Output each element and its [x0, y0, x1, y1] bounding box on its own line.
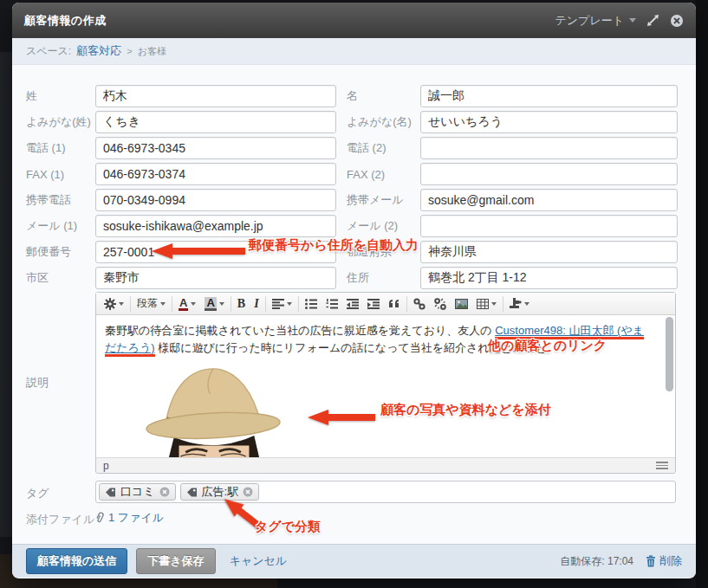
attachment-file-count: 1 ファイル — [108, 510, 164, 526]
plugin-dropdown[interactable] — [505, 294, 534, 313]
form-rows: 姓 名 よみがな(姓) よみがな(名) 電話 (1) 電話 (2) FAX (1… — [26, 83, 678, 291]
field-label-first-name: 名 — [336, 88, 420, 104]
close-icon[interactable] — [670, 14, 684, 28]
link-icon — [413, 298, 425, 310]
field-label-last-name: 姓 — [26, 88, 95, 104]
indent-icon — [367, 299, 380, 309]
unlink-icon — [434, 298, 446, 310]
phone1-field[interactable] — [95, 137, 336, 159]
field-label-phone2: 電話 (2) — [336, 140, 420, 156]
mobile-phone-field[interactable] — [95, 189, 336, 211]
form-row-kana: よみがな(姓) よみがな(名) — [26, 109, 678, 135]
breadcrumb-space-link[interactable]: 顧客対応 — [76, 43, 121, 59]
background-page-right — [696, 0, 708, 588]
save-draft-button[interactable]: 下書き保存 — [136, 548, 215, 574]
cancel-link[interactable]: キャンセル — [230, 553, 288, 569]
editor-content[interactable]: 秦野駅の待合室に掲載されていた当社の広告に親近感を覚えており、友人の Custo… — [96, 315, 675, 457]
tag-chip: 口コミ — [99, 483, 176, 501]
mobile-mail-field[interactable] — [420, 189, 678, 211]
form-row-fax: FAX (1) FAX (2) — [26, 161, 678, 187]
paragraph-dropdown[interactable]: 段落 — [133, 294, 170, 313]
city-field[interactable] — [95, 267, 336, 289]
numbered-list-button[interactable] — [322, 294, 342, 313]
blockquote-button[interactable] — [384, 294, 405, 313]
field-label-fax1: FAX (1) — [26, 168, 95, 181]
toolbar-divider — [265, 296, 266, 312]
editor-status-bar: p — [96, 457, 675, 473]
font-color-button[interactable]: A — [174, 294, 200, 313]
scroll-thumb[interactable] — [666, 317, 673, 391]
submit-button[interactable]: 顧客情報の送信 — [26, 548, 127, 574]
italic-button[interactable]: I — [250, 294, 263, 313]
tags-input[interactable]: 口コミ 広告:駅 — [95, 481, 676, 503]
highlight-color-button[interactable]: A — [200, 294, 228, 313]
first-name-field[interactable] — [420, 85, 678, 107]
field-label-mail1: メール (1) — [26, 218, 95, 234]
breadcrumb-separator: > — [127, 46, 132, 56]
outdent-icon — [347, 299, 359, 309]
align-icon — [272, 299, 284, 309]
fax2-field[interactable] — [420, 163, 678, 185]
template-dropdown-label: テンプレート — [555, 13, 624, 29]
toolbar-divider — [298, 296, 299, 312]
postal-annotation-text: 郵便番号から住所を自動入力 — [249, 237, 419, 254]
expand-icon[interactable] — [646, 14, 659, 27]
form-row-mobile: 携帯電話 携帯メール — [26, 187, 678, 213]
unlink-button[interactable] — [430, 294, 451, 313]
field-label-address: 住所 — [336, 270, 420, 286]
bullet-list-button[interactable] — [301, 294, 322, 313]
resize-grip-icon[interactable] — [656, 462, 668, 469]
image-button[interactable] — [451, 294, 472, 313]
dialog-body: 姓 名 よみがな(姓) よみがな(名) 電話 (1) 電話 (2) FAX (1… — [12, 65, 696, 544]
mail2-field[interactable] — [420, 215, 678, 237]
highlight-caret-icon — [219, 302, 224, 306]
prefecture-field[interactable] — [420, 241, 678, 263]
breadcrumb-prefix: スペース: — [26, 44, 71, 59]
form-row-name: 姓 名 — [26, 83, 678, 109]
table-caret-icon — [491, 302, 497, 306]
delete-link[interactable]: 削除 — [646, 553, 682, 569]
fax1-field[interactable] — [95, 163, 336, 185]
bold-button[interactable]: B — [233, 294, 250, 313]
indent-button[interactable] — [363, 294, 384, 313]
last-name-field[interactable] — [95, 85, 336, 107]
dialog-title: 顧客情報の作成 — [24, 13, 107, 29]
outdent-button[interactable] — [342, 294, 363, 313]
settings-button[interactable] — [100, 294, 128, 313]
form-row-city: 市区 住所 — [26, 265, 678, 291]
chip-close-icon[interactable] — [159, 487, 170, 497]
editor-toolbar: 段落 A A B I — [96, 293, 675, 315]
font-color-caret-icon — [191, 302, 196, 306]
trash-icon — [646, 555, 656, 567]
field-label-mobile-phone: 携帯電話 — [26, 192, 95, 208]
editor-element-path: p — [103, 460, 109, 472]
breadcrumb: スペース: 顧客対応 > お客様 — [12, 38, 696, 65]
tags-label: タグ — [26, 486, 49, 501]
chip-close-icon[interactable] — [243, 487, 253, 497]
kana-first-field[interactable] — [420, 111, 678, 133]
field-label-kana-last: よみがな(姓) — [26, 114, 95, 130]
address-field[interactable] — [420, 267, 678, 289]
align-dropdown[interactable] — [268, 294, 296, 313]
field-label-city: 市区 — [26, 270, 95, 286]
paperclip-icon — [95, 512, 105, 524]
template-dropdown[interactable]: テンプレート — [555, 13, 636, 29]
autosave-time: 17:04 — [607, 555, 633, 567]
rich-text-editor: 段落 A A B I — [95, 292, 676, 474]
field-label-phone1: 電話 (1) — [26, 140, 95, 156]
table-dropdown[interactable] — [472, 294, 501, 313]
attachment-file-link[interactable]: 1 ファイル — [95, 510, 164, 526]
mail1-field[interactable] — [95, 215, 336, 237]
link-button[interactable] — [409, 294, 430, 313]
bold-icon: B — [237, 297, 245, 311]
autosave-label: 自動保存: — [560, 555, 604, 567]
blockquote-icon — [388, 299, 400, 308]
font-color-icon: A — [179, 297, 188, 311]
toolbar-divider — [130, 296, 131, 312]
breadcrumb-page: お客様 — [138, 45, 166, 58]
kana-last-field[interactable] — [95, 111, 336, 133]
delete-label: 削除 — [659, 553, 682, 569]
phone2-field[interactable] — [420, 137, 678, 159]
background-page-left — [0, 52, 12, 537]
image-icon — [455, 299, 468, 309]
